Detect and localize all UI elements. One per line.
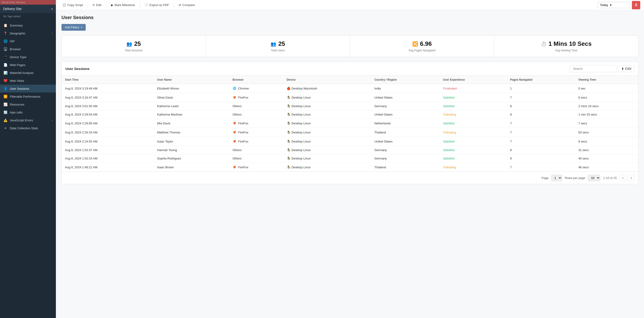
compare-icon: ⇄ (178, 3, 181, 7)
viewing-time: 7 secs (575, 119, 638, 128)
country: Germany (371, 154, 440, 163)
table-row[interactable]: Aug 8, 2024 1:52:24 AM Sophia Rodriguez … (62, 154, 638, 163)
table-row[interactable]: Aug 8, 2024 2:24:55 AM Isaac Taylor 🦊Fir… (62, 137, 638, 146)
table-row[interactable]: Aug 8, 2024 2:29:06 AM Mia Davis 🦊FireFo… (62, 119, 638, 128)
browser-name: FireFox (238, 131, 248, 134)
search-input[interactable] (570, 65, 616, 72)
start-time: Aug 8, 2024 1:53:37 AM (62, 146, 154, 154)
date-picker[interactable]: Today ▾ (598, 2, 630, 8)
table-row[interactable]: Aug 8, 2024 2:29:54 AM Katherine Martine… (62, 110, 638, 119)
table-controls: ⬇ CSV (570, 65, 634, 72)
page-select[interactable]: 1 2 3 (551, 175, 562, 181)
ajax-calls-icon: 🔄 (3, 110, 8, 114)
sidebar-item-resources[interactable]: 📈 Resources (0, 100, 56, 108)
edit-icon: ✕ (92, 3, 95, 7)
table-row[interactable]: Aug 8, 2024 3:19:49 AM Elizabeth Moore 🌐… (62, 84, 638, 93)
viewing-time: 6 secs (575, 137, 638, 146)
viewing-time: 0 sec (575, 84, 638, 93)
device-type-icon: 📱 (3, 55, 8, 59)
sidebar-item-label: JavaScript Errors (10, 119, 33, 122)
next-page-button[interactable]: › (628, 174, 634, 181)
firefox-icon: 🦊 (232, 95, 237, 100)
column-header: User Experience (440, 76, 507, 84)
viewing-time: 40 secs (575, 154, 638, 163)
user-name: Isaac Taylor (154, 137, 229, 146)
export-pdf-button[interactable]: 📄 Export as PDF (142, 2, 172, 8)
sidebar-item-waterfall[interactable]: 📊 Waterfall Analysis (0, 69, 56, 77)
copy-script-button[interactable]: 📋 Copy Script (60, 2, 86, 8)
mark-milestone-button[interactable]: ▶ Mark Milestone (108, 2, 138, 8)
table-row[interactable]: Aug 8, 2024 2:26:33 AM Matthew Thomas 🦊F… (62, 128, 638, 137)
viewing-time: 6 secs (575, 93, 638, 102)
page-range: 1-10 of 25 (603, 176, 617, 180)
sidebar-item-filterable-perf[interactable]: 🔽 Filterable Performance (0, 93, 56, 100)
device-icon: 🐧 (286, 165, 290, 169)
sessions-table: Start TimeUser NameBrowserDeviceCountry … (62, 76, 638, 171)
compare-button[interactable]: ⇄ Compare (176, 2, 198, 8)
sidebar-item-isp[interactable]: 🌐 ISP (0, 37, 56, 45)
divider-3 (140, 2, 140, 8)
user-name: Isaac Brown (154, 163, 229, 172)
page-label: Page (542, 176, 548, 180)
table-row[interactable]: Aug 8, 2024 1:48:21 AM Isaac Brown 🦊Fire… (62, 163, 638, 172)
sidebar-nav: 📋 Summary 📍 Geographic › 🌐 ISP 🖥️ Browse… (0, 19, 56, 318)
sidebar-item-ajax-calls[interactable]: 🔄 Ajax calls (0, 108, 56, 116)
sidebar-item-data-collection[interactable]: ≡ Data Collection Stats (0, 124, 56, 132)
table-row[interactable]: Aug 8, 2024 3:01:50 AM Katherine Lewis O… (62, 102, 638, 110)
copy-script-label: Copy Script (67, 3, 83, 7)
edit-label: Edit (96, 3, 101, 7)
copy-icon: 📋 (62, 3, 66, 7)
column-header: Browser (229, 76, 283, 84)
viewing-time: 2 mins 19 secs (575, 102, 638, 110)
user-experience: Tolerating (440, 163, 507, 172)
country: Germany (371, 102, 440, 110)
data-collection-icon: ≡ (3, 126, 8, 130)
stat-label: Total Sessions (124, 49, 142, 52)
chevron-right-icon: › (52, 119, 52, 122)
stat-value: 6.96 (420, 40, 432, 47)
sidebar-item-label: Summary (10, 24, 23, 27)
device: 🐧 Desktop Linux (283, 102, 371, 110)
sidebar-item-user-sessions[interactable]: 👤 User Sessions (0, 85, 56, 93)
sidebar-item-geographic[interactable]: 📍 Geographic › (0, 29, 56, 37)
site-dropdown[interactable]: Delivery Site ▾ (0, 5, 56, 13)
js-errors-icon: ⚠️ (3, 118, 8, 122)
stat-label: Avg.Pages Navigated (408, 49, 436, 52)
read-only-banner: Read-Only Version (0, 0, 56, 5)
viewing-time: 50 secs (575, 128, 638, 137)
sidebar-item-device-type[interactable]: 📱 Device Type (0, 53, 56, 61)
csv-button[interactable]: ⬇ CSV (618, 65, 634, 72)
device-name: Desktop Linux (292, 131, 310, 134)
firefox-icon: 🦊 (232, 121, 237, 125)
device: 🐧 Desktop Linux (283, 93, 371, 102)
sidebar-item-label: Browser (10, 47, 21, 51)
web-vitals-icon: ❤️ (3, 79, 8, 83)
edit-button[interactable]: ✕ Edit (90, 2, 104, 8)
table-row[interactable]: Aug 8, 2024 3:16:47 AM Olivia Davis 🦊Fir… (62, 93, 638, 102)
browser: Others (229, 154, 283, 163)
stat-label: Total Users (271, 49, 285, 52)
stat-label: Avg.Viewing Time (555, 49, 577, 52)
country: United States (371, 93, 440, 102)
browser-name: Others (232, 148, 242, 152)
sidebar-item-web-pages[interactable]: 📄 Web Pages (0, 61, 56, 69)
start-time: Aug 8, 2024 2:29:06 AM (62, 119, 154, 128)
add-filters-button[interactable]: Add Filters + (62, 24, 86, 31)
rows-per-page-select[interactable]: 10 25 50 (588, 175, 600, 181)
pages-navigated: 7 (507, 93, 575, 102)
user-name: Katherine Martinez (154, 110, 229, 119)
close-button[interactable]: X (632, 1, 640, 9)
date-label: Today (600, 3, 608, 7)
column-header: Country / Region (371, 76, 440, 84)
prev-page-button[interactable]: ‹ (620, 174, 626, 181)
plus-icon: + (80, 25, 82, 29)
sidebar-item-web-vitals[interactable]: ❤️ Web Vitals (0, 77, 56, 85)
device-name: Desktop Linux (292, 104, 310, 108)
browser-icon: 🖥️ (3, 47, 8, 51)
table-row[interactable]: Aug 8, 2024 1:53:37 AM Hannah Young Othe… (62, 146, 638, 154)
browser: 🌐Chrome (229, 84, 283, 93)
device: 🐧 Desktop Linux (283, 154, 371, 163)
sidebar-item-browser[interactable]: 🖥️ Browser (0, 45, 56, 53)
sidebar-item-js-errors[interactable]: ⚠️ JavaScript Errors › (0, 116, 56, 124)
sidebar-item-summary[interactable]: 📋 Summary (0, 21, 56, 29)
